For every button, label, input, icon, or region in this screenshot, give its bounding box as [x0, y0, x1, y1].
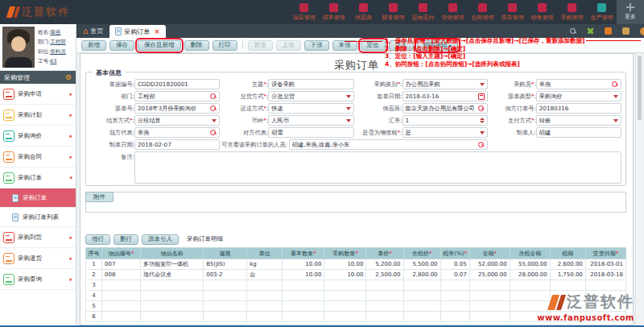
detail-cell[interactable]: [469, 280, 510, 291]
detail-cell[interactable]: [283, 280, 324, 291]
detail-cell[interactable]: 2,500.00: [366, 270, 403, 280]
sidebar-item-purchase-contract[interactable]: 采购合同 ▸: [0, 147, 76, 168]
topnav-more-button[interactable]: 更多: [617, 0, 644, 24]
detail-cell[interactable]: [403, 312, 440, 322]
detail-cell[interactable]: [204, 280, 247, 291]
detail-cell[interactable]: 28,000.00: [510, 270, 550, 280]
search-icon[interactable]: [478, 142, 485, 148]
next-record-button[interactable]: 下张: [304, 40, 329, 51]
detail-cell[interactable]: 10.00: [283, 270, 324, 280]
detail-cell[interactable]: 5,200.00: [366, 259, 403, 270]
detail-cell[interactable]: 0.07: [440, 270, 469, 280]
detail-cell[interactable]: [366, 291, 403, 301]
sidebar-item-purchase-query[interactable]: 采购查询 ▸: [0, 269, 76, 290]
detail-cell[interactable]: 52,000.00: [469, 259, 510, 270]
detail-cell[interactable]: [324, 301, 366, 312]
purchaser-input[interactable]: 章燕: [536, 79, 621, 89]
make-date-input[interactable]: 2018-02-07: [134, 139, 220, 150]
topnav-item-contract[interactable]: 合同管理: [468, 0, 497, 24]
detail-cell[interactable]: [102, 312, 141, 322]
detail-cell[interactable]: 1: [86, 259, 102, 270]
topnav-item-cost[interactable]: 成本管理: [319, 0, 349, 24]
detail-cell[interactable]: [102, 291, 141, 301]
vat-select[interactable]: 是: [402, 127, 488, 138]
detail-cell[interactable]: 5: [86, 301, 102, 312]
search-icon[interactable]: [478, 106, 485, 112]
detail-cell[interactable]: [102, 280, 141, 291]
sidebar-item-purchase-inquiry[interactable]: 采购询价 ▸: [0, 126, 76, 147]
subject-input[interactable]: 设备采购: [268, 79, 353, 89]
detail-cell[interactable]: 55,000.00: [510, 259, 550, 270]
sidebar-item-purchase-return[interactable]: 采购退货 ▸: [0, 248, 76, 269]
detail-cell[interactable]: [440, 301, 469, 312]
detail-cell[interactable]: 5,500.00: [403, 259, 440, 270]
dropdown-icon[interactable]: [346, 95, 351, 98]
maker-input[interactable]: 胡建: [536, 127, 621, 138]
gear-icon[interactable]: [640, 27, 644, 35]
settle-mode-select[interactable]: 分段结算: [134, 115, 220, 126]
sidebar-item-purchase-request[interactable]: 采购申请 ▸: [0, 84, 76, 105]
delete-button[interactable]: 删除: [184, 40, 209, 51]
save-button[interactable]: 保存: [109, 40, 134, 51]
detail-cell[interactable]: 2,800.00: [403, 270, 440, 280]
purchase-type-select[interactable]: 办公用品采购: [402, 79, 488, 89]
add-row-button[interactable]: 增行: [85, 234, 110, 245]
vertical-scrollbar[interactable]: [635, 38, 642, 325]
detail-cell[interactable]: 007: [102, 259, 141, 270]
detail-cell[interactable]: 25,000.00: [469, 270, 510, 280]
viewers-input[interactable]: 胡建,章燕,徐鑫,张小东: [289, 139, 488, 150]
dropdown-icon[interactable]: [346, 119, 351, 122]
topnav-item-inventory[interactable]: 库存管理: [497, 0, 527, 24]
detail-cell[interactable]: [283, 312, 324, 322]
detail-cell[interactable]: [283, 291, 324, 301]
source-type-select[interactable]: 采购询价: [536, 91, 621, 101]
sign-date-input[interactable]: 2018-03-16: [402, 91, 488, 101]
dropdown-icon[interactable]: [613, 119, 618, 122]
detail-cell[interactable]: [324, 291, 366, 301]
our-rep-input[interactable]: 章燕: [134, 127, 220, 138]
sidebar-subitem-purchase-order-list[interactable]: 采购订单列表: [0, 208, 76, 227]
dropdown-icon[interactable]: [346, 107, 351, 110]
their-rep-input[interactable]: 胡雪: [268, 127, 353, 138]
detail-cell[interactable]: 2,600.00: [550, 259, 585, 270]
topnav-item-payables[interactable]: 应收应付: [408, 0, 438, 24]
detail-cell[interactable]: [440, 291, 469, 301]
detail-cell[interactable]: [469, 301, 510, 312]
topnav-item-project[interactable]: 项目管理: [289, 0, 319, 24]
stepper-icon[interactable]: [480, 118, 485, 124]
detail-cell[interactable]: [403, 301, 440, 312]
detail-cell[interactable]: 10.00: [324, 270, 366, 280]
remark-textarea[interactable]: [134, 151, 621, 184]
detail-cell[interactable]: [141, 312, 204, 322]
detail-cell[interactable]: [247, 312, 283, 322]
detail-cell[interactable]: [102, 301, 141, 312]
detail-cell[interactable]: 台: [247, 270, 283, 280]
currency-select[interactable]: 人民币: [268, 115, 353, 126]
delete-row-button[interactable]: 删行: [114, 234, 138, 245]
detail-cell[interactable]: [440, 312, 469, 322]
detail-cell[interactable]: 6: [86, 312, 102, 322]
tab-home[interactable]: ⌂ 首页: [76, 24, 109, 38]
detail-cell[interactable]: [366, 312, 403, 322]
detail-cell[interactable]: [550, 280, 585, 291]
detail-cell[interactable]: [204, 301, 247, 312]
detail-cell[interactable]: kg: [247, 259, 283, 270]
detail-cell[interactable]: [403, 280, 440, 291]
dropdown-icon[interactable]: [613, 95, 618, 98]
detail-cell[interactable]: [440, 280, 469, 291]
detail-cell[interactable]: [366, 301, 403, 312]
detail-cell[interactable]: [403, 291, 440, 301]
detail-cell[interactable]: [247, 291, 283, 301]
first-record-button[interactable]: 首张: [248, 40, 273, 51]
source-no-input[interactable]: 2018年3月份采购询价: [134, 103, 220, 114]
detail-cell[interactable]: 10.00: [324, 259, 366, 270]
detail-cell[interactable]: [247, 280, 283, 291]
detail-cell[interactable]: [204, 312, 247, 322]
detail-cell[interactable]: [283, 301, 324, 312]
detail-cell[interactable]: 10.00: [283, 259, 324, 270]
order-no-input[interactable]: CGDD201820001: [134, 79, 220, 89]
detail-cell[interactable]: 2: [86, 270, 102, 280]
detail-cell[interactable]: [510, 280, 550, 291]
topnav-item-sales[interactable]: 销售管理: [527, 0, 557, 24]
supplier-order-no-input[interactable]: 20180316: [536, 103, 621, 114]
